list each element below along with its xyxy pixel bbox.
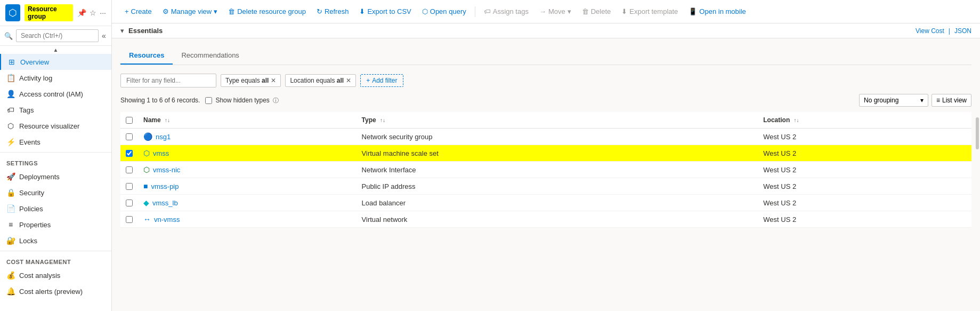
sidebar-item-label-cost-analysis: Cost analysis: [19, 272, 60, 280]
row-name-link-nsg1[interactable]: nsg1: [156, 133, 171, 141]
delete-rg-button[interactable]: 🗑 Delete resource group: [224, 5, 310, 18]
cost-analysis-icon: 💰: [6, 271, 15, 280]
row-name-link-vmss-lb[interactable]: vmss_lb: [152, 199, 178, 207]
sidebar-item-properties[interactable]: ≡ Properties: [0, 217, 111, 233]
overview-icon: ⊞: [7, 58, 16, 66]
export-template-button[interactable]: ⬇ Export template: [617, 5, 682, 18]
export-csv-button[interactable]: ⬇ Export to CSV: [355, 5, 415, 18]
table-row: ⬡vmssVirtual machine scale setWest US 2: [120, 145, 971, 162]
open-query-button[interactable]: ⬡ Open query: [418, 5, 471, 18]
iam-icon: 👤: [6, 90, 15, 98]
open-query-icon: ⬡: [422, 7, 428, 15]
sidebar-item-cost-alerts[interactable]: 🔔 Cost alerts (preview): [0, 283, 111, 299]
create-button[interactable]: + Create: [120, 5, 156, 18]
sidebar-item-deployments[interactable]: 🚀 Deployments: [0, 169, 111, 185]
table-row: ↔vn-vmssVirtual networkWest US 2: [120, 211, 971, 228]
more-icon[interactable]: ···: [100, 9, 106, 17]
tab-recommendations[interactable]: Recommendations: [173, 47, 247, 65]
row-name-link-vmss-pip[interactable]: vmss-pip: [151, 182, 179, 190]
row-checkbox-vmss-nic[interactable]: [126, 166, 133, 173]
list-view-button[interactable]: ≡ List view: [932, 94, 971, 107]
open-mobile-icon: 📱: [689, 7, 697, 15]
open-mobile-button[interactable]: 📱 Open in mobile: [684, 5, 750, 18]
assign-tags-button[interactable]: 🏷 Assign tags: [480, 5, 533, 18]
row-location-vmss-pip: West US 2: [758, 178, 971, 195]
location-sort-icon[interactable]: ↑↓: [794, 117, 799, 123]
table-row: ■vmss-pipPublic IP addressWest US 2: [120, 178, 971, 195]
view-cost-link[interactable]: View Cost: [916, 27, 944, 35]
row-type-vmss: Virtual machine scale set: [357, 145, 758, 162]
sidebar-item-tags[interactable]: 🏷 Tags: [0, 102, 111, 118]
sidebar-item-label-policies: Policies: [19, 205, 43, 213]
sidebar-item-cost-analysis[interactable]: 💰 Cost analysis: [0, 267, 111, 283]
sidebar-header: ⬡ Resource group 📌 ☆ ···: [0, 0, 111, 26]
collapse-icon[interactable]: «: [102, 31, 106, 40]
select-all-checkbox[interactable]: [126, 117, 133, 124]
refresh-button[interactable]: ↻ Refresh: [312, 5, 353, 18]
sidebar-item-resource-visualizer[interactable]: ⬡ Resource visualizer: [0, 118, 111, 134]
add-filter-button[interactable]: + Add filter: [360, 74, 403, 87]
row-name-link-vmss[interactable]: vmss: [153, 149, 169, 157]
filter-row: Type equals all ✕ Location equals all ✕ …: [120, 74, 971, 87]
row-checkbox-vmss-lb[interactable]: [126, 200, 133, 206]
delete-button[interactable]: 🗑 Delete: [578, 5, 615, 18]
move-chevron: ▾: [568, 7, 571, 15]
sidebar-item-label-cost-alerts: Cost alerts (preview): [19, 288, 83, 296]
records-info: Showing 1 to 6 of 6 records.: [120, 97, 200, 104]
table-row: ◆vmss_lbLoad balancerWest US 2: [120, 195, 971, 211]
move-button[interactable]: → Move ▾: [535, 5, 576, 18]
nav-divider-settings: [0, 152, 111, 153]
star-icon[interactable]: ☆: [90, 9, 96, 17]
search-input[interactable]: [16, 29, 99, 42]
type-sort-icon[interactable]: ↑↓: [380, 117, 385, 123]
sidebar-item-iam[interactable]: 👤 Access control (IAM): [0, 86, 111, 102]
show-hidden-types-checkbox[interactable]: [205, 97, 212, 104]
json-link[interactable]: JSON: [954, 27, 971, 35]
filter-input[interactable]: [120, 74, 216, 87]
sidebar-item-overview[interactable]: ⊞ Overview: [0, 54, 111, 70]
sidebar-item-label-security: Security: [19, 189, 44, 197]
export-csv-icon: ⬇: [359, 7, 365, 15]
grouping-dropdown[interactable]: No grouping ▾: [859, 94, 928, 107]
type-filter-tag: Type equals all ✕: [221, 74, 281, 87]
sidebar-item-security[interactable]: 🔒 Security: [0, 185, 111, 201]
location-filter-remove[interactable]: ✕: [346, 77, 351, 84]
row-name-vn-vmss: ↔vn-vmss: [138, 211, 357, 228]
sidebar-item-activity-log[interactable]: 📋 Activity log: [0, 70, 111, 86]
delete-rg-icon: 🗑: [228, 7, 235, 15]
create-icon: +: [125, 7, 129, 15]
resource-visualizer-icon: ⬡: [6, 122, 15, 130]
essentials-chevron[interactable]: ▾: [120, 27, 124, 35]
sidebar-item-locks[interactable]: 🔐 Locks: [0, 233, 111, 249]
name-sort-icon[interactable]: ↑↓: [165, 117, 170, 123]
deployments-icon: 🚀: [6, 172, 15, 181]
pin-icon[interactable]: 📌: [77, 9, 86, 17]
row-type-vmss-pip: Public IP address: [357, 178, 758, 195]
row-checkbox-nsg1[interactable]: [126, 133, 133, 140]
row-name-link-vmss-nic[interactable]: vmss-nic: [153, 166, 180, 174]
row-checkbox-vmss[interactable]: [126, 150, 133, 157]
hidden-types-info-icon: ⓘ: [273, 97, 279, 105]
sidebar-item-events[interactable]: ⚡ Events: [0, 134, 111, 150]
manage-view-button[interactable]: ⚙ Manage view ▾: [158, 5, 222, 18]
essentials-label: Essentials: [128, 27, 163, 35]
sidebar-item-label-iam: Access control (IAM): [19, 90, 83, 98]
row-name-link-vn-vmss[interactable]: vn-vmss: [154, 216, 180, 224]
row-checkbox-vn-vmss[interactable]: [126, 216, 133, 223]
row-type-vn-vmss: Virtual network: [357, 211, 758, 228]
main-area: + Create ⚙ Manage view ▾ 🗑 Delete resour…: [112, 0, 980, 311]
toolbar: + Create ⚙ Manage view ▾ 🗑 Delete resour…: [112, 0, 980, 23]
tab-resources[interactable]: Resources: [120, 47, 173, 65]
table-row: ⬡vmss-nicNetwork InterfaceWest US 2: [120, 162, 971, 178]
delete-icon: 🗑: [582, 7, 589, 15]
type-filter-remove[interactable]: ✕: [271, 77, 276, 84]
row-checkbox-cell-nsg1: [120, 129, 138, 145]
sidebar-nav: ▲ ⊞ Overview 📋 Activity log 👤 Access con…: [0, 46, 111, 311]
row-icon-vmss-lb: ◆: [143, 198, 149, 207]
sidebar-item-policies[interactable]: 📄 Policies: [0, 201, 111, 217]
sidebar-item-label-visualizer: Resource visualizer: [19, 122, 79, 130]
row-checkbox-vmss-pip[interactable]: [126, 183, 133, 190]
row-checkbox-cell-vmss-pip: [120, 178, 138, 195]
row-location-vn-vmss: West US 2: [758, 211, 971, 228]
grouping-chevron-icon: ▾: [920, 97, 924, 104]
